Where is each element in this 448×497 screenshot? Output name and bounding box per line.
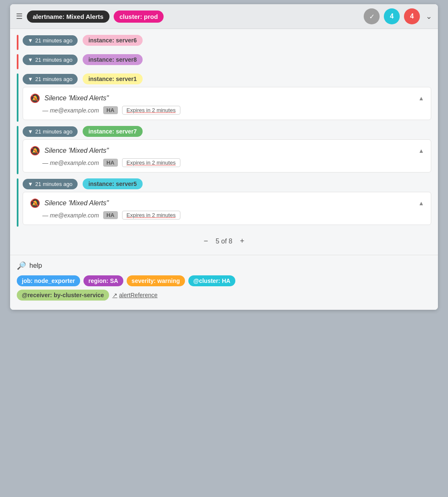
alert-content: ▼ 21 minutes ago instance: server7 🔕 Sil… [23, 126, 431, 174]
cluster-tag[interactable]: @cluster: HA [188, 275, 235, 286]
instance-badge[interactable]: instance: server1 [83, 73, 143, 84]
instance-badge[interactable]: instance: server7 [83, 126, 143, 137]
cluster-badge[interactable]: cluster: prod [114, 10, 164, 23]
alert-reference-link[interactable]: ↗ alertReference [112, 290, 158, 301]
severity-value: warning [157, 277, 180, 284]
cluster-value: HA [222, 277, 230, 284]
cluster-label: @cluster: [193, 277, 222, 284]
alert-content: ▼ 21 minutes ago instance: server6 [23, 35, 431, 48]
time-text: 21 minutes ago [35, 181, 73, 187]
alert-border-indicator [17, 126, 18, 174]
chevron-down-icon[interactable]: ⌄ [426, 12, 432, 21]
time-badge[interactable]: ▼ 21 minutes ago [23, 74, 78, 84]
instance-badge[interactable]: instance: server5 [83, 178, 143, 189]
header: ☰ alertname: Mixed Alerts cluster: prod … [10, 4, 438, 29]
instance-label: instance: [89, 128, 116, 135]
alertname-value: Mixed Alerts [66, 13, 104, 20]
content-area: ▼ 21 minutes ago instance: server6 ▼ 21 … [10, 29, 438, 255]
severity-tag[interactable]: severity: warning [127, 275, 185, 286]
alertname-badge[interactable]: alertname: Mixed Alerts [27, 10, 109, 23]
cluster-value: prod [144, 13, 158, 20]
help-row: 🔎 help [17, 261, 431, 270]
time-text: 21 minutes ago [35, 37, 73, 44]
count-green-badge[interactable]: 4 [384, 8, 400, 24]
bell-slash-icon: 🔕 [30, 93, 40, 103]
job-label: job: [22, 277, 34, 284]
severity-label: severity: [132, 277, 157, 284]
silence-title: 🔕 Silence 'Mixed Alerts" [30, 198, 109, 208]
chevron-down-small-icon: ▼ [28, 181, 33, 187]
chevron-down-small-icon: ▼ [28, 37, 33, 44]
silence-card: 🔕 Silence 'Mixed Alerts" ▲ — me@example.… [23, 87, 431, 120]
alert-content: ▼ 21 minutes ago instance: server1 🔕 Sil… [23, 73, 431, 122]
pagination-label: 5 of 8 [216, 238, 232, 245]
silence-card: 🔕 Silence 'Mixed Alerts" ▲ — me@example.… [23, 192, 431, 225]
tags-row-2: @receiver: by-cluster-service ↗ alertRef… [17, 290, 431, 301]
silence-name: Silence 'Mixed Alerts" [44, 94, 109, 102]
alert-row: ▼ 21 minutes ago instance: server7 🔕 Sil… [17, 126, 431, 174]
job-tag[interactable]: job: node_exporter [17, 275, 80, 286]
count-red-badge[interactable]: 4 [404, 8, 420, 24]
silence-name: Silence 'Mixed Alerts" [44, 199, 109, 207]
search-zoom-icon: 🔎 [17, 261, 26, 270]
silence-meta: — me@example.com HA Expires in 2 minutes [30, 211, 424, 220]
pagination: − 5 of 8 + [17, 231, 431, 249]
silence-card-header: 🔕 Silence 'Mixed Alerts" ▲ [30, 93, 424, 103]
instance-value: server8 [116, 56, 137, 63]
alert-header-row: ▼ 21 minutes ago instance: server6 [23, 35, 431, 46]
time-badge[interactable]: ▼ 21 minutes ago [23, 179, 78, 189]
silence-title: 🔕 Silence 'Mixed Alerts" [30, 93, 109, 103]
expires-badge: Expires in 2 minutes [122, 211, 180, 220]
alert-row: ▼ 21 minutes ago instance: server8 [17, 54, 431, 69]
instance-badge[interactable]: instance: server8 [83, 54, 143, 65]
alert-ref-text: alertReference [119, 292, 158, 298]
job-value: node_exporter [34, 277, 75, 284]
alert-header-row: ▼ 21 minutes ago instance: server8 [23, 54, 431, 65]
collapse-button[interactable]: ▲ [418, 200, 424, 207]
alert-header-row: ▼ 21 minutes ago instance: server1 [23, 73, 431, 84]
time-badge[interactable]: ▼ 21 minutes ago [23, 55, 78, 65]
silence-meta: — me@example.com HA Expires in 2 minutes [30, 106, 424, 115]
pagination-minus-button[interactable]: − [203, 237, 208, 246]
alert-border-indicator [17, 35, 18, 50]
region-tag[interactable]: region: SA [83, 275, 123, 286]
pagination-plus-button[interactable]: + [240, 237, 245, 246]
collapse-button[interactable]: ▲ [418, 147, 424, 154]
external-link-icon: ↗ [112, 292, 117, 298]
instance-value: server5 [116, 180, 137, 187]
cluster-label: cluster: [120, 13, 144, 20]
check-button[interactable]: ✓ [364, 8, 380, 24]
region-label: region: [89, 277, 110, 284]
alert-header-row: ▼ 21 minutes ago instance: server5 [23, 178, 431, 189]
receiver-tag[interactable]: @receiver: by-cluster-service [17, 290, 109, 301]
alert-row: ▼ 21 minutes ago instance: server1 🔕 Sil… [17, 73, 431, 122]
ha-badge: HA [103, 211, 118, 219]
tags-row: job: node_exporter region: SA severity: … [17, 275, 431, 286]
alert-row: ▼ 21 minutes ago instance: server6 [17, 35, 431, 50]
receiver-label: @receiver: [22, 292, 54, 298]
instance-badge[interactable]: instance: server6 [83, 35, 143, 46]
footer: 🔎 help job: node_exporter region: SA sev… [10, 255, 438, 310]
main-container: ☰ alertname: Mixed Alerts cluster: prod … [10, 4, 438, 310]
instance-label: instance: [89, 76, 116, 82]
time-text: 21 minutes ago [35, 128, 73, 135]
collapse-button[interactable]: ▲ [418, 95, 424, 102]
silence-name: Silence 'Mixed Alerts" [44, 147, 109, 154]
time-badge[interactable]: ▼ 21 minutes ago [23, 126, 78, 137]
silence-creator: — me@example.com [42, 107, 99, 114]
chevron-down-small-icon: ▼ [28, 128, 33, 135]
alertname-label: alertname: [33, 13, 66, 20]
instance-label: instance: [89, 56, 116, 63]
expires-badge: Expires in 2 minutes [122, 158, 180, 167]
time-text: 21 minutes ago [35, 57, 73, 63]
chevron-down-small-icon: ▼ [28, 57, 33, 63]
silence-creator: — me@example.com [42, 212, 99, 219]
alert-border-indicator [17, 54, 18, 69]
ha-badge: HA [103, 106, 118, 114]
region-value: SA [110, 277, 118, 284]
instance-label: instance: [89, 180, 116, 187]
instance-value: server7 [116, 128, 137, 135]
menu-icon[interactable]: ☰ [16, 12, 23, 21]
time-badge[interactable]: ▼ 21 minutes ago [23, 35, 78, 46]
time-text: 21 minutes ago [35, 76, 73, 82]
